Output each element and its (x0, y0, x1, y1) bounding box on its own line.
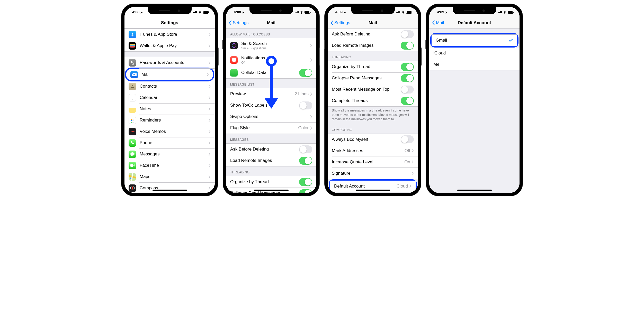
row-compass[interactable]: Compass (124, 182, 215, 193)
toggle-load-remote[interactable] (401, 42, 414, 50)
toggle-collapse-read[interactable] (401, 74, 414, 82)
row-voice-memos[interactable]: Voice Memos (124, 126, 215, 137)
facetime-icon (129, 162, 136, 169)
row-contacts[interactable]: Contacts (124, 81, 215, 92)
wifi-icon (401, 11, 405, 14)
notch (453, 7, 496, 14)
row-passwords-accounts[interactable]: Passwords & Accounts (124, 57, 215, 68)
toggle-show-to-cc[interactable] (299, 101, 312, 109)
row-maps[interactable]: Maps (124, 171, 215, 182)
row-flag-style[interactable]: Flag StyleColor (226, 122, 316, 134)
row-complete-threads[interactable]: Complete Threads (328, 95, 418, 106)
row-signature[interactable]: Signature (328, 168, 418, 179)
row-mark-addresses[interactable]: Mark AddressesOff (328, 145, 418, 156)
chevron-right-icon (207, 73, 209, 76)
chevron-right-icon (310, 92, 312, 96)
row-wallet-apple-pay[interactable]: Wallet & Apple Pay (124, 40, 215, 51)
signal-icon (193, 11, 197, 13)
highlight-gmail-row: Gmail (430, 33, 518, 48)
nav-bar: Settings Mail (328, 17, 418, 29)
row-account-icloud[interactable]: iCloud (429, 48, 520, 59)
row-increase-quote-level[interactable]: Increase Quote LevelOn (328, 156, 418, 168)
row-collapse-read[interactable]: Collapse Read Messages (328, 72, 418, 84)
row-most-recent-top[interactable]: Most Recent Message on Top (328, 84, 418, 95)
row-load-remote-images[interactable]: Load Remote Images (328, 40, 418, 51)
toggle-load-remote[interactable] (299, 157, 312, 165)
back-button[interactable]: Mail (432, 20, 444, 25)
phone-frame-4: 4:09 ➤ Mail Default Account Gmail iCloud… (426, 4, 523, 196)
row-calendar[interactable]: 5Calendar (124, 92, 215, 103)
mail-settings-list-scrolled[interactable]: Ask Before Deleting Load Remote Images T… (328, 29, 418, 193)
chevron-right-icon (209, 141, 211, 145)
maps-icon (129, 173, 136, 181)
row-organize-by-thread[interactable]: Organize by Thread (328, 61, 418, 72)
chevron-right-icon (209, 85, 211, 88)
row-siri-search[interactable]: Siri & SearchSiri & Suggestions (226, 38, 316, 53)
toggle-ask-delete[interactable] (401, 30, 414, 38)
scroll-down-annotation (265, 56, 278, 109)
section-header-messages: Messages (226, 134, 316, 143)
siri-icon (230, 42, 238, 49)
back-button[interactable]: Settings (229, 20, 248, 25)
toggle-organize-thread[interactable] (299, 178, 312, 186)
toggle-recent-top[interactable] (401, 86, 414, 94)
chevron-right-icon (209, 175, 211, 179)
mail-settings-list[interactable]: Allow Mail to Access Siri & SearchSiri &… (226, 29, 316, 193)
row-reminders[interactable]: Reminders (124, 115, 215, 126)
chevron-right-icon (209, 130, 211, 133)
row-account-me[interactable]: Me (429, 59, 520, 70)
status-right (193, 11, 209, 14)
row-swipe-options[interactable]: Swipe Options (226, 111, 316, 122)
chevron-right-icon (209, 33, 211, 36)
back-button[interactable]: Settings (330, 20, 350, 25)
status-time: 4:09 ➤ (335, 10, 346, 14)
phone-frame-3: 4:09 ➤ Settings Mail Ask Before Deleting… (325, 4, 421, 196)
svg-point-0 (131, 61, 132, 63)
settings-list[interactable]: iTunes & App Store Wallet & Apple Pay Pa… (124, 29, 215, 193)
chevron-left-icon (432, 20, 435, 25)
svg-point-2 (132, 85, 133, 86)
row-organize-by-thread[interactable]: Organize by Thread (226, 176, 316, 188)
row-mail[interactable]: Mail (126, 69, 213, 80)
row-ask-before-deleting[interactable]: Ask Before Deleting (226, 144, 316, 155)
highlight-mail-row: Mail (125, 68, 214, 81)
toggle-cellular-data[interactable] (299, 69, 312, 77)
home-indicator[interactable] (457, 190, 492, 191)
row-ask-before-deleting[interactable]: Ask Before Deleting (328, 29, 418, 40)
compass-icon (129, 184, 136, 192)
home-indicator[interactable] (254, 190, 289, 191)
battery-icon (508, 11, 513, 14)
row-facetime[interactable]: FaceTime (124, 160, 215, 171)
default-account-list[interactable]: Gmail iCloud Me (429, 29, 520, 193)
notes-icon (129, 105, 136, 113)
toggle-ask-delete[interactable] (299, 145, 312, 153)
row-always-bcc[interactable]: Always Bcc Myself (328, 134, 418, 145)
row-account-gmail[interactable]: Gmail (432, 35, 517, 46)
row-notes[interactable]: Notes (124, 103, 215, 115)
status-right (498, 11, 513, 14)
svg-point-10 (234, 73, 234, 73)
chevron-right-icon (209, 187, 211, 190)
toggle-collapse-read[interactable] (299, 189, 312, 193)
chevron-right-icon (209, 164, 211, 167)
checkmark-icon (508, 39, 513, 42)
row-messages[interactable]: Messages (124, 148, 215, 160)
chevron-left-icon (229, 20, 232, 25)
row-load-remote-images[interactable]: Load Remote Images (226, 155, 316, 166)
section-footer-threading: Show all the messages in a thread, even … (328, 107, 418, 124)
toggle-bcc-self[interactable] (401, 135, 414, 143)
row-phone[interactable]: Phone (124, 137, 215, 148)
mail-icon (130, 71, 138, 78)
home-indicator[interactable] (153, 190, 187, 191)
toggle-organize-thread[interactable] (401, 63, 414, 71)
row-itunes-app-store[interactable]: iTunes & App Store (124, 29, 215, 40)
section-header-threading: Threading (328, 51, 418, 61)
status-right (295, 11, 310, 14)
toggle-complete-threads[interactable] (401, 97, 414, 105)
home-indicator[interactable] (356, 190, 390, 191)
screen-2: 4:08 ➤ Settings Mail Allow Mail to Acces… (226, 7, 316, 193)
chevron-right-icon (310, 115, 312, 118)
page-title: Settings (124, 20, 215, 25)
notch (351, 7, 395, 14)
svg-rect-3 (130, 164, 133, 167)
